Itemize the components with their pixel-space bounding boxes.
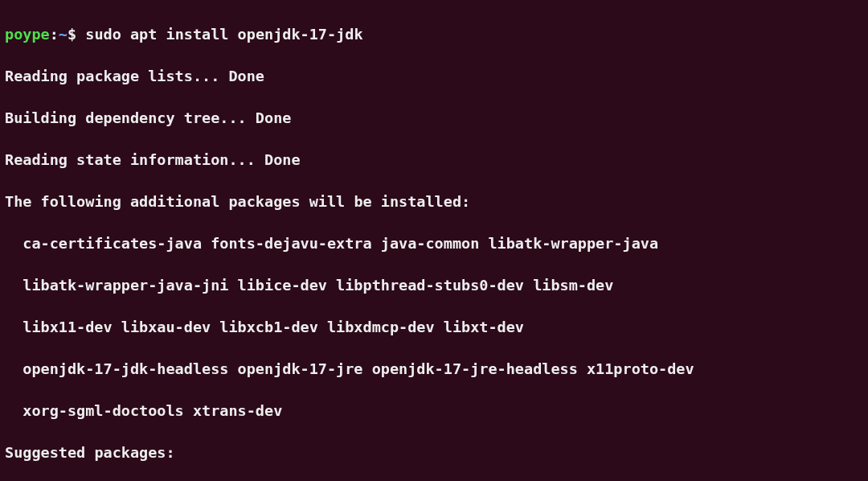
- prompt-line: poype:~$ sudo apt install openjdk-17-jdk: [5, 24, 863, 45]
- out-additional-1: ca-certificates-java fonts-dejavu-extra …: [5, 233, 863, 254]
- out-additional-header: The following additional packages will b…: [5, 191, 863, 212]
- out-additional-4: openjdk-17-jdk-headless openjdk-17-jre o…: [5, 359, 863, 380]
- out-building-tree: Building dependency tree... Done: [5, 108, 863, 129]
- out-additional-2: libatk-wrapper-java-jni libice-dev libpt…: [5, 275, 863, 296]
- terminal[interactable]: poype:~$ sudo apt install openjdk-17-jdk…: [0, 0, 868, 481]
- out-additional-3: libx11-dev libxau-dev libxcb1-dev libxdm…: [5, 317, 863, 338]
- command-text: sudo apt install openjdk-17-jdk: [85, 26, 362, 43]
- prompt-path: ~: [59, 26, 68, 43]
- out-suggested-header: Suggested packages:: [5, 442, 863, 463]
- prompt-dollar: $: [68, 26, 85, 43]
- out-additional-5: xorg-sgml-doctools xtrans-dev: [5, 401, 863, 421]
- out-reading-state: Reading state information... Done: [5, 150, 863, 171]
- prompt-colon: :: [50, 26, 59, 43]
- out-reading-lists: Reading package lists... Done: [5, 66, 863, 87]
- prompt-user: poype: [5, 26, 50, 43]
